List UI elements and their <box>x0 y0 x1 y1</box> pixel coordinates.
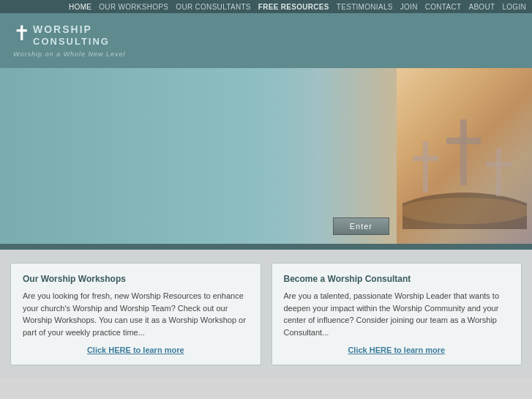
nav-free-resources[interactable]: FREE RESOURCES <box>258 3 329 11</box>
card-consultant-text: Are you a talented, passionate Worship L… <box>284 290 510 338</box>
cards-section: Our Worship WorkshopsAre you looking for… <box>0 250 532 379</box>
top-navigation: HomeOUR WORKSHOPSOUR CONSULTANTSFREE RES… <box>0 0 532 13</box>
cross-icon: ✝ <box>13 23 30 44</box>
enter-button[interactable]: Enter <box>333 217 389 235</box>
svg-rect-2 <box>413 156 438 161</box>
svg-rect-6 <box>486 162 512 167</box>
nav-join[interactable]: Join <box>400 3 418 11</box>
svg-rect-4 <box>446 138 481 144</box>
card-workshops-title: Our Worship Workshops <box>23 274 249 284</box>
nav-login[interactable]: Login <box>502 3 526 11</box>
svg-rect-5 <box>496 149 501 196</box>
card-consultant-title: Become a Worship Consultant <box>284 274 510 284</box>
nav-consultants[interactable]: OUR CONSULTANTS <box>176 3 250 11</box>
card-workshops: Our Worship WorkshopsAre you looking for… <box>10 263 261 365</box>
logo: ✝ WORSHIP CONSULTING <box>13 23 126 47</box>
svg-rect-3 <box>460 119 467 185</box>
logo-words: WORSHIP CONSULTING <box>33 23 110 47</box>
nav-testimonials[interactable]: Testimonials <box>337 3 393 11</box>
logo-line1: WORSHIP <box>33 23 110 36</box>
hero-section: Enter <box>0 68 532 244</box>
card-consultant: Become a Worship ConsultantAre you a tal… <box>271 263 522 365</box>
site-header: ✝ WORSHIP CONSULTING Worship on a Whole … <box>0 13 532 68</box>
card-workshops-text: Are you looking for fresh, new Worship R… <box>23 290 249 338</box>
logo-tagline: Worship on a Whole New Level <box>13 51 126 58</box>
nav-workshops[interactable]: OUR WORKSHOPS <box>99 3 168 11</box>
nav-about[interactable]: About <box>468 3 495 11</box>
crosses-svg <box>402 97 527 229</box>
nav-home[interactable]: Home <box>69 3 91 11</box>
hero-divider <box>0 244 532 250</box>
hero-image <box>397 68 532 244</box>
card-consultant-link[interactable]: Click HERE to learn more <box>284 346 510 354</box>
card-workshops-link[interactable]: Click HERE to learn more <box>23 346 249 354</box>
nav-contact[interactable]: Contact <box>425 3 462 11</box>
logo-area: ✝ WORSHIP CONSULTING Worship on a Whole … <box>13 23 126 57</box>
svg-point-7 <box>402 198 527 224</box>
svg-rect-1 <box>423 141 428 193</box>
logo-line2: CONSULTING <box>33 36 110 48</box>
